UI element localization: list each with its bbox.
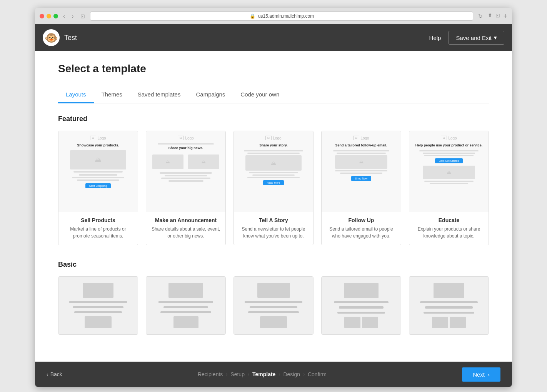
step-arrow-4: › (303, 372, 305, 377)
template-announcement[interactable]: ⊡ Logo Share your big news. ⛰ ⛰ (146, 131, 226, 245)
educate-desc: Explain your products or share knowledge… (414, 226, 484, 239)
basic-preview-2 (146, 277, 225, 334)
step-arrow-1: › (226, 372, 227, 377)
announcement-desc: Share details about a sale, event, or ot… (151, 226, 221, 239)
tab-layouts[interactable]: Layouts (58, 86, 94, 103)
educate-preview: ⊡ Logo Help people use your product or s… (409, 131, 489, 212)
basic-template-3[interactable] (233, 276, 314, 335)
basic-preview-3 (234, 277, 313, 334)
forward-button[interactable]: › (70, 12, 76, 20)
featured-template-grid: ⊡ Logo Showcase your products. ⛰ Start S… (58, 131, 489, 245)
basic-title: Basic (58, 261, 489, 269)
basic-template-4[interactable] (321, 276, 401, 335)
basic-preview-5 (409, 277, 489, 334)
logo-area: 🐵 Test (43, 29, 77, 46)
educate-name: Educate (414, 217, 484, 223)
announcement-name: Make an Announcement (151, 217, 221, 223)
story-preview: ⊡ Logo Share your story. ⛰ Read More (234, 131, 313, 212)
basic-template-1[interactable] (58, 276, 138, 335)
share-icon[interactable]: ⬆ (488, 12, 492, 20)
basic-template-grid (58, 276, 489, 335)
url-text: us15.admin.mailchimp.com (258, 13, 314, 19)
help-link[interactable]: Help (429, 35, 441, 41)
top-navigation: 🐵 Test Help Save and Exit ▾ (35, 24, 512, 51)
address-bar[interactable]: 🔒 us15.admin.mailchimp.com (90, 12, 473, 21)
chevron-down-icon: ▾ (494, 34, 497, 41)
traffic-light-minimize[interactable] (47, 14, 51, 18)
back-arrow-icon: ‹ (47, 371, 48, 377)
story-desc: Send a newsletter to let people know wha… (238, 226, 309, 239)
save-exit-button[interactable]: Save and Exit ▾ (449, 31, 504, 45)
step-arrow-3: › (279, 372, 280, 377)
traffic-light-maximize[interactable] (53, 14, 58, 18)
next-button[interactable]: Next › (462, 367, 500, 382)
reader-button[interactable]: ⊡ (78, 12, 87, 20)
page-title: Select a template (58, 63, 489, 75)
basic-preview-1 (58, 277, 138, 334)
step-confirm: Confirm (308, 371, 327, 377)
follow-up-preview: ⊡ Logo Send a tailored follow-up email. … (322, 131, 401, 212)
app-title: Test (64, 34, 77, 42)
basic-template-5[interactable] (409, 276, 489, 335)
follow-up-desc: Send a tailored email to people who have… (326, 226, 396, 239)
template-story[interactable]: ⊡ Logo Share your story. ⛰ Read More (233, 131, 314, 245)
step-design: Design (283, 371, 300, 377)
back-button[interactable]: ‹ Back (47, 371, 62, 377)
announcement-preview: ⊡ Logo Share your big news. ⛰ ⛰ (146, 131, 225, 212)
tab-themes[interactable]: Themes (94, 86, 130, 103)
basic-preview-4 (322, 277, 401, 334)
refresh-button[interactable]: ↻ (476, 12, 485, 20)
app-logo: 🐵 (43, 29, 60, 46)
new-tab-icon[interactable]: + (503, 12, 507, 20)
story-name: Tell A Story (238, 217, 309, 223)
lock-icon: 🔒 (250, 13, 255, 19)
template-follow-up[interactable]: ⊡ Logo Send a tailored follow-up email. … (321, 131, 401, 245)
next-arrow-icon: › (488, 371, 490, 378)
step-setup: Setup (230, 371, 245, 377)
featured-section: Featured ⊡ Logo Showcase your products. … (58, 115, 489, 245)
template-sell-products[interactable]: ⊡ Logo Showcase your products. ⛰ Start S… (58, 131, 138, 245)
sell-products-name: Sell Products (63, 217, 133, 223)
bottom-footer: ‹ Back Recipients › Setup › Template › D… (35, 362, 512, 387)
tab-icon[interactable]: ⊡ (495, 12, 500, 20)
step-recipients: Recipients (198, 371, 223, 377)
sell-products-preview: ⊡ Logo Showcase your products. ⛰ Start S… (58, 131, 138, 212)
follow-up-name: Follow Up (326, 217, 396, 223)
main-content: Select a template Layouts Themes Saved t… (35, 51, 512, 362)
basic-template-2[interactable] (146, 276, 226, 335)
back-button[interactable]: ‹ (61, 12, 67, 20)
traffic-light-close[interactable] (40, 14, 44, 18)
monkey-icon: 🐵 (45, 32, 58, 44)
breadcrumb: Recipients › Setup › Template › Design ›… (62, 371, 462, 377)
tab-code-your-own[interactable]: Code your own (233, 86, 287, 103)
tab-saved-templates[interactable]: Saved templates (130, 86, 188, 103)
basic-section: Basic (58, 261, 489, 335)
step-template: Template (252, 371, 275, 377)
template-educate[interactable]: ⊡ Logo Help people use your product or s… (409, 131, 489, 245)
step-arrow-2: › (248, 372, 249, 377)
tab-campaigns[interactable]: Campaigns (188, 86, 233, 103)
tab-bar: Layouts Themes Saved templates Campaigns… (58, 86, 489, 103)
featured-title: Featured (58, 115, 489, 123)
sell-products-desc: Market a line of products or promote sea… (63, 226, 133, 239)
